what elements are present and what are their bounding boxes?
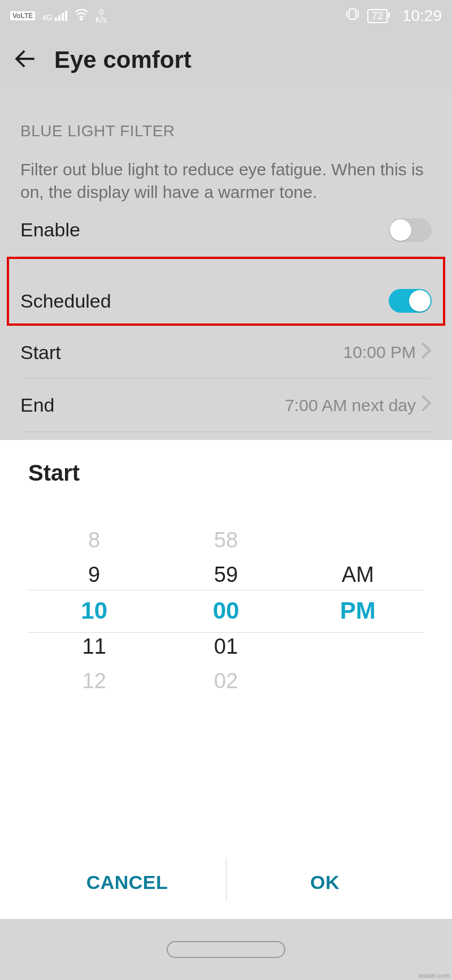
- section-heading: BLUE LIGHT FILTER: [20, 88, 432, 140]
- page-title: Eye comfort: [54, 46, 192, 74]
- row-scheduled[interactable]: Scheduled: [20, 278, 432, 323]
- highlight-scheduled: Scheduled: [7, 257, 445, 326]
- settings-content: BLUE LIGHT FILTER Filter out blue light …: [0, 88, 452, 432]
- attribution: wsxdn.com: [419, 972, 450, 979]
- battery-icon: 72: [367, 9, 388, 23]
- toggle-scheduled[interactable]: [389, 289, 432, 313]
- svg-rect-1: [349, 9, 356, 19]
- picker-minutes[interactable]: 58 59 00 01 02: [160, 506, 292, 715]
- chevron-right-icon: [420, 394, 432, 417]
- volte-badge: VoLTE: [10, 11, 35, 20]
- signal-icon: 4G: [42, 11, 67, 21]
- section-description: Filter out blue light to reduce eye fati…: [20, 140, 432, 204]
- time-picker-sheet: Start 8 9 10 11 12 58 59 00 01 02 AM PM: [0, 440, 452, 919]
- picker-hours[interactable]: 8 9 10 11 12: [28, 506, 160, 715]
- system-navbar: [0, 919, 452, 980]
- status-bar: VoLTE 4G 0 K/s 72 10:29: [0, 0, 452, 32]
- chevron-right-icon: [420, 341, 432, 364]
- row-enable-label: Enable: [20, 219, 80, 241]
- cancel-button[interactable]: CANCEL: [28, 871, 226, 893]
- app-header: Eye comfort: [0, 32, 452, 88]
- back-icon[interactable]: [14, 47, 37, 73]
- time-picker[interactable]: 8 9 10 11 12 58 59 00 01 02 AM PM: [28, 506, 424, 715]
- net-speed: 0 K/s: [95, 8, 107, 24]
- row-end-value: 7:00 AM next day: [285, 396, 416, 415]
- row-enable[interactable]: Enable: [20, 204, 432, 257]
- action-divider: [226, 858, 227, 902]
- ok-button[interactable]: OK: [226, 871, 424, 893]
- svg-point-0: [80, 18, 82, 20]
- status-clock: 10:29: [402, 7, 442, 25]
- picker-ampm[interactable]: AM PM: [292, 506, 424, 715]
- picker-actions: CANCEL OK: [28, 845, 424, 919]
- row-start-label: Start: [20, 342, 61, 364]
- row-start[interactable]: Start 10:00 PM: [20, 326, 432, 379]
- toggle-enable[interactable]: [389, 218, 432, 242]
- nav-pill[interactable]: [167, 941, 285, 958]
- picker-title: Start: [28, 460, 424, 486]
- wifi-icon: [74, 8, 89, 24]
- row-end[interactable]: End 7:00 AM next day: [20, 379, 432, 432]
- row-start-value: 10:00 PM: [344, 343, 416, 362]
- row-end-label: End: [20, 394, 55, 416]
- vibrate-icon: [345, 7, 360, 24]
- row-scheduled-label: Scheduled: [20, 290, 111, 312]
